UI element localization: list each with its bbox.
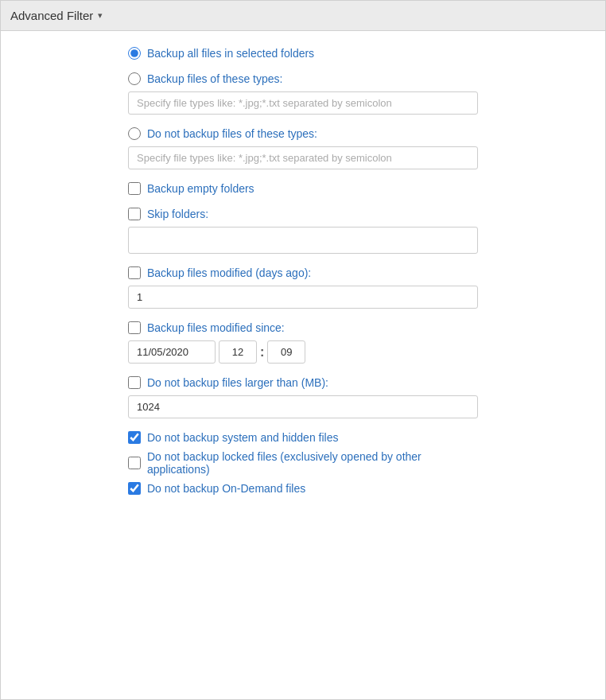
radio-backup-all-label[interactable]: Backup all files in selected folders xyxy=(128,47,478,60)
no-backup-larger-input[interactable] xyxy=(128,395,478,418)
backup-empty-folders-checkbox[interactable] xyxy=(128,182,141,195)
no-backup-system-hidden-label[interactable]: Do not backup system and hidden files xyxy=(128,431,478,444)
include-types-input[interactable] xyxy=(128,91,478,115)
panel-body: Backup all files in selected folders Bac… xyxy=(1,31,605,519)
skip-folders-group: Skip folders: xyxy=(128,208,478,254)
hour-input[interactable] xyxy=(219,340,257,364)
no-backup-larger-group: Do not backup files larger than (MB): xyxy=(128,376,478,418)
skip-folders-text: Skip folders: xyxy=(147,208,208,220)
no-backup-ondemand-label[interactable]: Do not backup On-Demand files xyxy=(128,482,478,495)
backup-modified-days-input[interactable] xyxy=(128,286,478,309)
backup-empty-folders-group: Backup empty folders xyxy=(128,182,478,195)
backup-empty-folders-label[interactable]: Backup empty folders xyxy=(128,182,478,195)
radio-include-types-label[interactable]: Backup files of these types: xyxy=(128,72,478,85)
dropdown-arrow-icon[interactable]: ▾ xyxy=(98,10,103,21)
time-separator: : xyxy=(260,345,264,360)
no-backup-locked-label[interactable]: Do not backup locked files (exclusively … xyxy=(128,450,478,476)
no-backup-larger-text: Do not backup files larger than (MB): xyxy=(147,376,328,389)
minute-input[interactable] xyxy=(267,340,305,364)
backup-modified-since-group: Backup files modified since: : xyxy=(128,321,478,364)
no-backup-larger-checkbox[interactable] xyxy=(128,376,141,389)
backup-modified-since-checkbox[interactable] xyxy=(128,321,141,334)
no-backup-locked-checkbox[interactable] xyxy=(128,457,141,469)
skip-folders-label[interactable]: Skip folders: xyxy=(128,208,478,220)
backup-modified-days-checkbox[interactable] xyxy=(128,266,141,279)
radio-group-backup-all: Backup all files in selected folders xyxy=(128,47,478,60)
radio-group-exclude-types: Do not backup files of these types: xyxy=(128,127,478,169)
backup-modified-days-group: Backup files modified (days ago): xyxy=(128,266,478,309)
backup-modified-days-text: Backup files modified (days ago): xyxy=(147,266,311,279)
panel-header: Advanced Filter ▾ xyxy=(1,1,605,31)
no-backup-larger-label[interactable]: Do not backup files larger than (MB): xyxy=(128,376,478,389)
date-input[interactable] xyxy=(128,340,216,364)
advanced-filter-panel: Advanced Filter ▾ Backup all files in se… xyxy=(0,0,606,700)
no-backup-system-hidden-checkbox[interactable] xyxy=(128,431,141,444)
radio-group-include-types: Backup files of these types: xyxy=(128,72,478,115)
radio-backup-all-text: Backup all files in selected folders xyxy=(147,47,314,60)
exclude-types-input[interactable] xyxy=(128,146,478,169)
radio-include-types-text: Backup files of these types: xyxy=(147,72,282,85)
radio-backup-all[interactable] xyxy=(128,47,141,60)
date-time-row: : xyxy=(128,340,478,364)
backup-modified-days-label[interactable]: Backup files modified (days ago): xyxy=(128,266,478,279)
no-backup-ondemand-text: Do not backup On-Demand files xyxy=(147,482,305,495)
backup-empty-folders-text: Backup empty folders xyxy=(147,182,254,195)
backup-modified-since-text: Backup files modified since: xyxy=(147,321,285,334)
no-backup-locked-text: Do not backup locked files (exclusively … xyxy=(147,450,478,476)
skip-folders-checkbox[interactable] xyxy=(128,208,141,220)
no-backup-ondemand-checkbox[interactable] xyxy=(128,482,141,495)
backup-modified-since-label[interactable]: Backup files modified since: xyxy=(128,321,478,334)
no-backup-system-hidden-text: Do not backup system and hidden files xyxy=(147,431,338,444)
radio-exclude-types[interactable] xyxy=(128,127,141,140)
radio-include-types[interactable] xyxy=(128,72,141,85)
panel-title: Advanced Filter xyxy=(10,9,93,22)
radio-exclude-types-label[interactable]: Do not backup files of these types: xyxy=(128,127,478,140)
skip-folders-input[interactable] xyxy=(128,227,478,254)
radio-exclude-types-text: Do not backup files of these types: xyxy=(147,127,317,140)
bottom-checkboxes: Do not backup system and hidden files Do… xyxy=(128,431,478,495)
